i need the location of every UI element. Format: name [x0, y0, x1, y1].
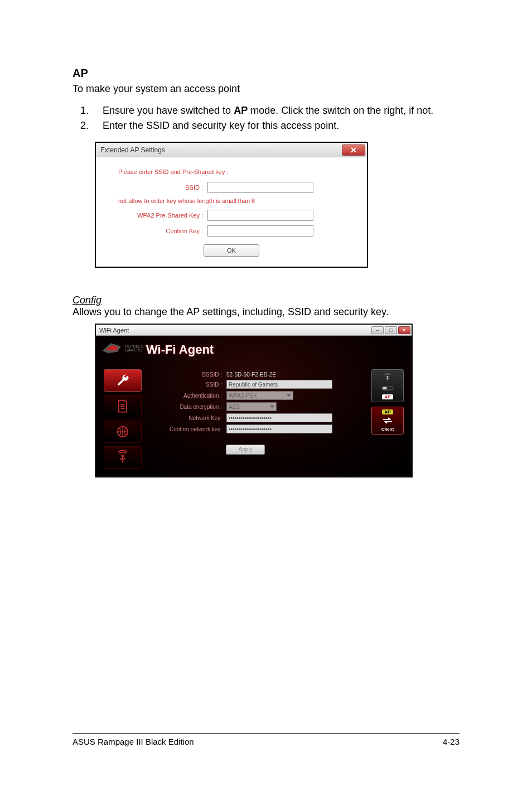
mode-switch-client[interactable]: AP Client: [371, 407, 404, 435]
dialog-instruction: Please enter SSID and Pre-Shared key :: [118, 168, 345, 175]
section-subheading: To make your system an access point: [72, 83, 460, 95]
sidebar-item-network[interactable]: [104, 421, 142, 443]
dialog-title: Extended AP Settings: [100, 146, 165, 154]
close-icon: ✕: [350, 146, 357, 155]
wrench-icon: [115, 373, 130, 388]
network-key-label: Network Key:: [159, 415, 226, 421]
step-text-b: mode. Click the switch on the right, if …: [248, 105, 433, 116]
step-text-a: Ensure you have switched to: [103, 105, 234, 116]
steps-list: 1. Ensure you have switched to AP mode. …: [72, 105, 460, 132]
bssid-value: 52-5D-60-F2-EB-2E: [226, 372, 332, 378]
minimize-button[interactable]: –: [371, 326, 384, 334]
wifi-agent-window: WiFi Agent – □ ✕ REPUBLIC OF GAMERS Wi-F…: [95, 324, 413, 478]
config-description: Allows you to change the AP settings, in…: [72, 306, 460, 318]
section-heading: AP: [72, 67, 460, 80]
arrows-icon: [381, 416, 394, 426]
window-title: WiFi Agent: [99, 327, 129, 334]
maximize-button[interactable]: □: [385, 326, 397, 334]
step-text: Ensure you have switched to AP mode. Cli…: [103, 105, 460, 117]
encryption-label: Data encryption :: [159, 404, 226, 410]
page-footer: ASUS Rampage III Black Edition 4-23: [72, 733, 460, 746]
mode-switch-column: AP AP Client: [371, 369, 404, 469]
ssid-label: SSID :: [159, 382, 226, 388]
window-titlebar: WiFi Agent – □ ✕: [96, 325, 412, 336]
authentication-label: Authentication :: [159, 393, 226, 399]
psk-label: WPA2 Pre-Shared Key :: [118, 212, 207, 219]
mode-tag-ap: AP: [382, 394, 393, 399]
sidebar-item-profile[interactable]: [104, 395, 142, 417]
rog-logo-icon: [101, 340, 123, 356]
extended-ap-settings-dialog: Extended AP Settings ✕ Please enter SSID…: [95, 142, 368, 268]
antenna-icon: [381, 372, 394, 382]
ap-config-form: BSSID : 52-5D-60-F2-EB-2E SSID : Authent…: [148, 369, 365, 469]
switch-icon: [381, 383, 394, 393]
confirm-network-key-input[interactable]: [226, 425, 332, 433]
footer-right: 4-23: [443, 737, 460, 746]
close-button[interactable]: ✕: [342, 144, 365, 156]
ok-button[interactable]: OK: [204, 244, 259, 257]
step-row: 2. Enter the SSID and security key for t…: [80, 120, 460, 132]
config-heading: Config: [72, 295, 460, 306]
key-length-note: not allow to enter key whose length is s…: [118, 197, 345, 204]
psk-input[interactable]: [207, 210, 313, 221]
step-text-bold: AP: [234, 105, 248, 116]
bssid-label: BSSID :: [159, 372, 226, 378]
close-icon: ✕: [402, 327, 407, 333]
apply-button[interactable]: Apply: [226, 445, 265, 455]
rog-logo-wrap: REPUBLIC OF GAMERS: [101, 340, 151, 356]
step-text-a: Enter the SSID and security key for this…: [103, 120, 339, 131]
mode-label-client: Client: [381, 427, 394, 432]
step-number: 1.: [80, 105, 103, 117]
minimize-icon: –: [376, 327, 379, 333]
confirm-key-label: Confirm Key :: [118, 228, 207, 234]
document-icon: [115, 398, 130, 414]
step-row: 1. Ensure you have switched to AP mode. …: [80, 105, 460, 117]
network-key-input[interactable]: [226, 413, 332, 422]
svg-point-1: [122, 455, 124, 457]
globe-icon: [115, 424, 130, 440]
footer-left: ASUS Rampage III Black Edition: [72, 737, 194, 746]
step-text: Enter the SSID and security key for this…: [103, 120, 460, 132]
svg-rect-4: [383, 387, 387, 389]
mode-tag-ap-small: AP: [382, 409, 393, 414]
mode-indicator-ap: AP: [371, 369, 404, 402]
sidebar-item-setup[interactable]: [104, 369, 142, 392]
ssid-input[interactable]: [207, 182, 313, 193]
ssid-input[interactable]: [226, 380, 332, 389]
app-title: Wi-Fi Agent: [146, 343, 214, 357]
dialog-titlebar: Extended AP Settings ✕: [96, 143, 367, 157]
step-number: 2.: [80, 120, 103, 132]
close-button[interactable]: ✕: [398, 326, 410, 334]
authentication-select[interactable]: WPA2-PSK: [226, 391, 293, 400]
confirm-network-key-label: Confirm network key:: [159, 426, 226, 432]
confirm-key-input[interactable]: [207, 225, 313, 237]
ssid-label: SSID :: [118, 184, 207, 191]
maximize-icon: □: [389, 327, 392, 333]
encryption-select[interactable]: AES: [226, 402, 277, 411]
